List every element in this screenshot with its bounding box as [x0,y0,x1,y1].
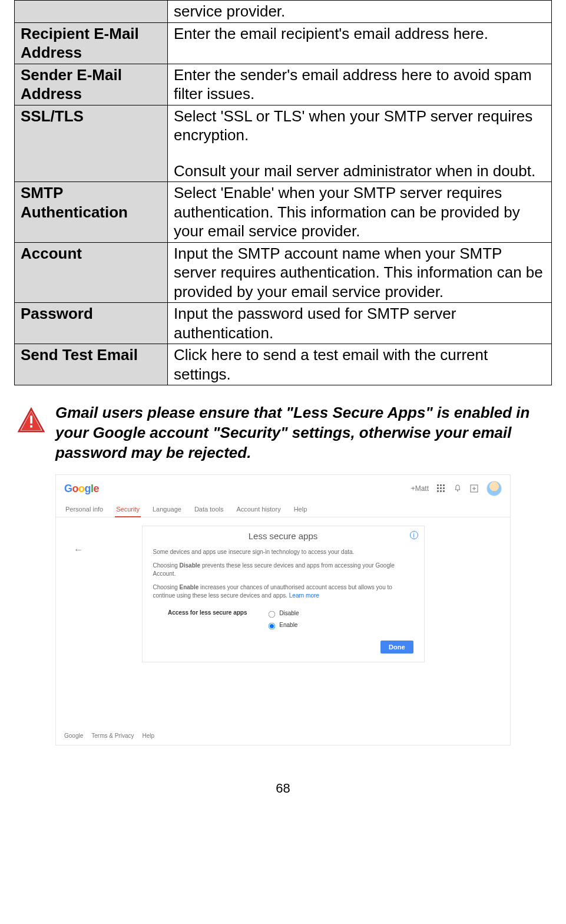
table-row: SSL/TLS Select 'SSL or TLS' when your SM… [15,105,552,182]
label-cell: Recipient E-Mail Address [15,22,168,64]
desc-cell: service provider. [168,1,552,23]
share-plus-icon[interactable] [470,484,478,493]
google-footer: Google Terms & Privacy Help [64,732,154,739]
svg-rect-12 [443,490,445,492]
label-cell: SSL/TLS [15,105,168,182]
svg-rect-9 [443,487,445,489]
card-title: Less secure apps [249,531,318,541]
bell-icon[interactable] [454,484,462,493]
apps-grid-icon[interactable] [437,484,445,493]
radio-disable[interactable]: Disable [265,609,299,618]
settings-tabs: Personal info Security Language Data too… [56,500,510,517]
warning-text: Gmail users please ensure that "Less Sec… [55,403,548,463]
label-cell: Send Test Email [15,344,168,385]
label-cell: SMTP Authentication [15,182,168,243]
tab-account-history[interactable]: Account history [235,502,282,517]
label-cell: Sender E-Mail Address [15,64,168,105]
desc-text: Select 'SSL or TLS' when your SMTP serve… [174,107,545,145]
table-row: Recipient E-Mail Address Enter the email… [15,22,552,64]
less-secure-apps-card: Less secure apps i Some devices and apps… [142,526,425,662]
topbar-right: +Matt [411,481,502,496]
table-row: service provider. [15,1,552,23]
info-icon[interactable]: i [410,531,418,539]
desc-cell: Click here to send a test email with the… [168,344,552,385]
tab-data-tools[interactable]: Data tools [193,502,225,517]
user-link[interactable]: +Matt [411,484,429,493]
svg-rect-3 [30,425,32,428]
svg-rect-5 [440,484,442,486]
avatar[interactable] [486,481,502,496]
card-paragraph: Some devices and apps use insecure sign-… [153,548,413,557]
label-cell: Password [15,303,168,344]
radio-group-label: Access for less secure apps [159,609,247,618]
footer-link[interactable]: Terms & Privacy [91,732,134,739]
card-paragraph: Choosing Disable prevents these less sec… [153,562,413,579]
table-row: Sender E-Mail Address Enter the sender's… [15,64,552,105]
table-row: Account Input the SMTP account name when… [15,242,552,303]
card-paragraph: Choosing Enable increases your chances o… [153,583,413,600]
google-screenshot: Google +Matt Personal info Security Lang… [55,474,511,745]
table-row: Send Test Email Click here to send a tes… [15,344,552,385]
desc-cell: Select 'Enable' when your SMTP server re… [168,182,552,243]
table-row: Password Input the password used for SMT… [15,303,552,344]
google-logo: Google [64,483,99,495]
radio-enable[interactable]: Enable [265,621,299,630]
svg-rect-2 [30,415,32,423]
page-number: 68 [14,781,552,796]
table-row: SMTP Authentication Select 'Enable' when… [15,182,552,243]
done-button[interactable]: Done [380,641,413,654]
svg-rect-4 [437,484,439,486]
footer-link[interactable]: Help [142,732,154,739]
svg-rect-10 [437,490,439,492]
svg-rect-8 [440,487,442,489]
svg-rect-7 [437,487,439,489]
desc-cell: Input the SMTP account name when your SM… [168,242,552,303]
back-arrow-icon[interactable]: ← [74,544,83,555]
desc-cell: Select 'SSL or TLS' when your SMTP serve… [168,105,552,182]
label-cell: Account [15,242,168,303]
warning-box: Gmail users please ensure that "Less Sec… [14,403,552,463]
tab-personal-info[interactable]: Personal info [64,502,104,517]
tab-language[interactable]: Language [151,502,183,517]
svg-rect-6 [443,484,445,486]
settings-table: service provider. Recipient E-Mail Addre… [14,0,552,385]
desc-cell: Enter the email recipient's email addres… [168,22,552,64]
desc-text: Consult your mail server administrator w… [174,161,545,181]
footer-link[interactable]: Google [64,732,83,739]
tab-help[interactable]: Help [293,502,309,517]
svg-rect-11 [440,490,442,492]
label-cell [15,1,168,23]
warning-icon [18,407,45,434]
svg-point-13 [457,490,458,491]
tab-security[interactable]: Security [115,502,141,517]
desc-cell: Input the password used for SMTP server … [168,303,552,344]
desc-cell: Enter the sender's email address here to… [168,64,552,105]
learn-more-link[interactable]: Learn more [289,592,319,599]
